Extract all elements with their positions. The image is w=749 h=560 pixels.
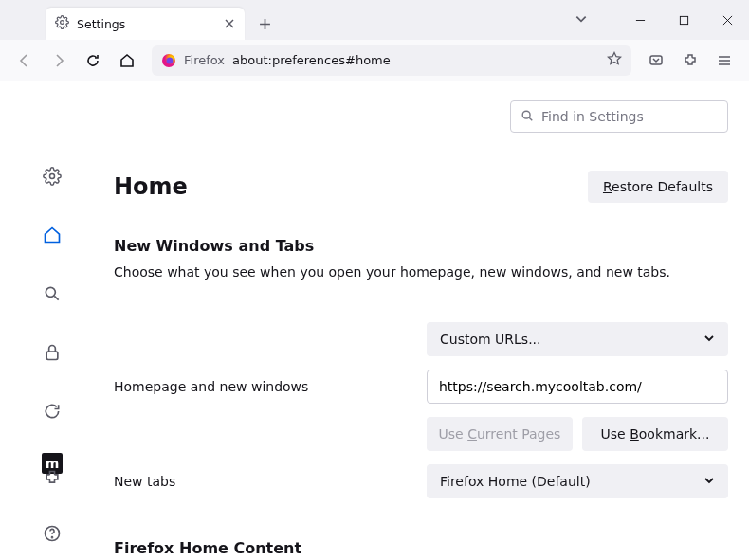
svg-point-5: [50, 174, 55, 179]
chevron-down-icon: [703, 332, 715, 347]
find-in-settings[interactable]: [510, 100, 728, 133]
settings-sidebar: m: [0, 81, 104, 560]
pocket-button[interactable]: [641, 45, 671, 76]
url-identity: Firefox: [184, 53, 225, 67]
sidebar-item-extensions[interactable]: [35, 461, 69, 496]
svg-point-0: [61, 20, 64, 24]
sidebar-item-privacy[interactable]: [35, 335, 69, 370]
homepage-label: Homepage and new windows: [114, 379, 427, 394]
section-desc: Choose what you see when you open your h…: [114, 264, 728, 280]
sidebar-item-sync[interactable]: [35, 394, 69, 428]
restore-defaults-button[interactable]: Restore Defaults: [588, 171, 728, 203]
sidebar-item-search[interactable]: [35, 277, 69, 311]
sidebar-item-general[interactable]: [35, 159, 69, 193]
chevron-down-icon: [703, 474, 715, 489]
search-icon: [521, 108, 534, 126]
bookmark-star-icon[interactable]: [607, 51, 622, 70]
reload-button[interactable]: [78, 45, 108, 76]
svg-point-3: [167, 57, 174, 63]
tab-label: Settings: [77, 17, 216, 31]
gear-icon: [55, 15, 69, 33]
forward-button[interactable]: [44, 45, 74, 76]
select-value: Firefox Home (Default): [440, 474, 591, 489]
homepage-url-input[interactable]: [427, 370, 728, 404]
sidebar-item-help[interactable]: [35, 516, 69, 551]
sidebar-item-home[interactable]: [35, 218, 69, 252]
tabs-dropdown-button[interactable]: [575, 11, 588, 29]
extensions-button[interactable]: [675, 45, 705, 76]
browser-tab[interactable]: Settings: [46, 8, 245, 40]
new-tab-button[interactable]: [250, 9, 279, 38]
svg-point-6: [46, 287, 55, 297]
select-value: Custom URLs...: [440, 332, 541, 347]
newtabs-label: New tabs: [114, 474, 427, 489]
url-text: about:preferences#home: [232, 53, 391, 67]
section-title-new-windows: New Windows and Tabs: [114, 237, 728, 255]
page-title: Home: [114, 173, 188, 200]
homepage-mode-select[interactable]: Custom URLs...: [427, 322, 728, 356]
url-bar[interactable]: Firefox about:preferences#home: [152, 45, 631, 76]
svg-rect-1: [680, 16, 687, 24]
newtabs-select[interactable]: Firefox Home (Default): [427, 464, 728, 498]
maximize-button[interactable]: [662, 5, 705, 35]
svg-point-10: [522, 111, 530, 118]
close-window-button[interactable]: [705, 5, 749, 35]
section-title-home-content: Firefox Home Content: [114, 539, 728, 557]
use-current-pages-button: Use Current Pages: [427, 417, 573, 451]
svg-point-9: [52, 537, 53, 538]
svg-rect-7: [46, 352, 58, 359]
search-input[interactable]: [541, 109, 718, 124]
svg-rect-4: [650, 56, 662, 64]
minimize-button[interactable]: [618, 5, 662, 35]
firefox-icon: [161, 53, 176, 68]
app-menu-button[interactable]: [709, 45, 740, 76]
close-icon[interactable]: [224, 15, 235, 33]
use-bookmark-button[interactable]: Use Bookmark...: [582, 417, 728, 451]
home-button[interactable]: [112, 45, 142, 76]
back-button[interactable]: [9, 45, 40, 76]
